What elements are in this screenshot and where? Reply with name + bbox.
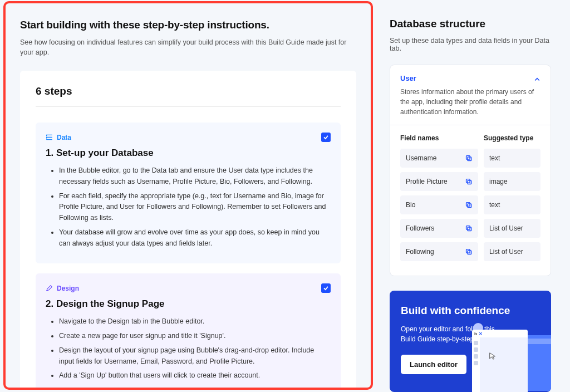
copy-icon[interactable] bbox=[465, 248, 473, 256]
field-name-cell: Username bbox=[400, 149, 478, 168]
field-name-cell: Profile Picture bbox=[400, 172, 478, 191]
step-items: In the Bubble editor, go to the Data tab… bbox=[46, 165, 331, 249]
field-name-cell: Followers bbox=[400, 219, 478, 238]
field-type-cell: image bbox=[484, 172, 540, 191]
field-type-cell: List of User bbox=[484, 219, 540, 238]
launch-editor-button[interactable]: Launch editor bbox=[401, 355, 466, 374]
promo-card: Build with confidence Open your editor a… bbox=[390, 291, 551, 392]
promo-title: Build with confidence bbox=[401, 304, 540, 317]
field-type: image bbox=[489, 178, 508, 185]
field-row: Bio text bbox=[400, 195, 540, 214]
svg-rect-8 bbox=[466, 155, 470, 159]
list-item: Create a new page for user signup and ti… bbox=[59, 331, 331, 342]
svg-rect-7 bbox=[468, 157, 471, 161]
field-row: Following List of User bbox=[400, 242, 540, 261]
field-type: text bbox=[489, 154, 500, 162]
column-header-suggested-type: Suggested type bbox=[484, 134, 540, 142]
chevron-up-icon bbox=[534, 75, 540, 82]
steps-count: 6 steps bbox=[36, 85, 341, 107]
list-item: For each field, specify the appropriate … bbox=[59, 191, 331, 224]
step-category-data: Data bbox=[46, 134, 71, 141]
field-row: Username text bbox=[400, 149, 540, 168]
build-guide-panel: Start building with these step-by-step i… bbox=[3, 1, 373, 390]
list-item: Your database will grow and evolve over … bbox=[59, 227, 331, 249]
field-row: Followers List of User bbox=[400, 219, 540, 238]
copy-icon[interactable] bbox=[465, 225, 473, 232]
step-items: Navigate to the Design tab in the Bubble… bbox=[46, 316, 331, 381]
svg-rect-10 bbox=[466, 179, 470, 183]
step-checkbox[interactable] bbox=[321, 133, 331, 142]
field-type-cell: List of User bbox=[484, 242, 540, 261]
pencil-icon bbox=[46, 285, 53, 292]
data-type-name: User bbox=[400, 74, 416, 82]
svg-rect-9 bbox=[468, 180, 471, 184]
field-name-cell: Bio bbox=[400, 195, 478, 214]
step-design: Design 2. Design the Signup Page Navigat… bbox=[36, 273, 341, 390]
field-name: Followers bbox=[406, 224, 434, 232]
db-subtitle: Set up these data types and data fields … bbox=[390, 37, 551, 52]
svg-rect-13 bbox=[468, 227, 471, 231]
page-title: Start building with these step-by-step i… bbox=[20, 19, 356, 31]
field-type: List of User bbox=[489, 224, 523, 232]
field-name: Bio bbox=[406, 201, 415, 209]
svg-rect-15 bbox=[468, 251, 471, 254]
field-type-cell: text bbox=[484, 195, 540, 214]
promo-illustration: b✕ bbox=[466, 318, 551, 392]
copy-icon[interactable] bbox=[465, 178, 473, 185]
field-type-cell: text bbox=[484, 149, 540, 168]
data-type-card: User Stores information about the primar… bbox=[390, 65, 551, 276]
field-name-cell: Following bbox=[400, 242, 478, 261]
svg-rect-12 bbox=[466, 202, 470, 206]
fields-table: Field names Suggested type Username text… bbox=[390, 125, 551, 276]
db-title: Database structure bbox=[390, 18, 551, 30]
field-type: text bbox=[489, 201, 500, 209]
step-category-label: Data bbox=[57, 134, 71, 141]
field-type: List of User bbox=[489, 248, 523, 256]
data-type-description: Stores information about the primary use… bbox=[400, 87, 540, 117]
list-item: In the Bubble editor, go to the Data tab… bbox=[59, 165, 331, 188]
svg-rect-14 bbox=[466, 226, 470, 229]
list-item: Navigate to the Design tab in the Bubble… bbox=[59, 316, 331, 327]
field-name: Following bbox=[406, 248, 434, 256]
column-header-field-names: Field names bbox=[400, 134, 478, 142]
step-data: Data 1. Set-up your Database In the Bubb… bbox=[36, 122, 341, 263]
copy-icon[interactable] bbox=[465, 155, 473, 162]
field-name: Username bbox=[406, 154, 436, 162]
svg-rect-16 bbox=[466, 249, 470, 253]
data-icon bbox=[46, 134, 53, 141]
steps-card: 6 steps Data 1. Set-up your Database bbox=[20, 71, 356, 390]
copy-icon[interactable] bbox=[465, 202, 473, 209]
step-title: 1. Set-up your Database bbox=[46, 148, 331, 159]
data-type-header[interactable]: User bbox=[400, 74, 540, 82]
list-item: Add a 'Sign Up' button that users will c… bbox=[59, 370, 331, 381]
svg-rect-11 bbox=[468, 204, 471, 208]
field-name: Profile Picture bbox=[406, 178, 448, 185]
right-column: Database structure Set up these data typ… bbox=[390, 0, 554, 392]
step-category-label: Design bbox=[57, 285, 79, 292]
step-checkbox[interactable] bbox=[321, 283, 331, 293]
step-title: 2. Design the Signup Page bbox=[46, 298, 331, 310]
field-row: Profile Picture image bbox=[400, 172, 540, 191]
step-category-design: Design bbox=[46, 285, 79, 292]
page-subtitle: See how focusing on individual features … bbox=[20, 38, 356, 57]
list-item: Design the layout of your signup page us… bbox=[59, 345, 331, 367]
